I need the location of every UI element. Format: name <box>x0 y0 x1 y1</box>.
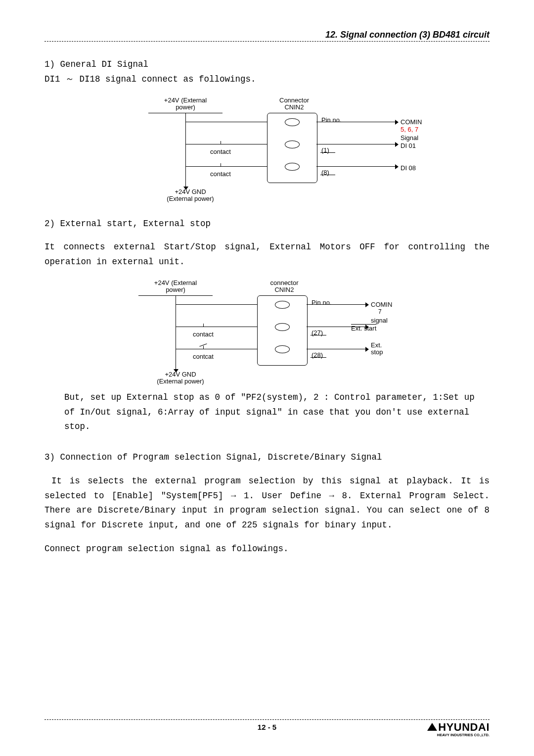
logo-triangle-icon <box>427 723 437 731</box>
page-number: 12 - 5 <box>44 723 490 731</box>
sec2-heading: 2) External start, External stop <box>44 217 490 232</box>
d2-contact1: contact <box>193 329 214 340</box>
logo-subtext: HEAVY INDUSTRIES CO.,LTD. <box>427 733 490 737</box>
d2-pinno: Pin no. <box>312 297 331 308</box>
d2-contact2: contcat <box>193 351 214 362</box>
sec2-note: But, set up External stop as 0 of "PF2(s… <box>64 390 490 434</box>
diagram-ext-start-stop: +24V (Externalpower) connectorCNIN2 Pin … <box>109 280 425 383</box>
d1-di01: DI 01 <box>400 141 416 151</box>
d2-extstop: Ext.stop <box>371 342 383 356</box>
sec2-para: It connects external Start/Stop signal, … <box>44 240 490 270</box>
d1-connector-label: ConnectorCNIN2 <box>269 97 319 111</box>
d1-contact2: contact <box>210 169 231 180</box>
hyundai-logo: HYUNDAI HEAVY INDUSTRIES CO.,LTD. <box>427 721 490 737</box>
header-rule <box>44 41 490 42</box>
d2-gnd: +24V GND(External power) <box>148 371 213 385</box>
d1-pin1: (1) <box>321 145 329 156</box>
d2-connector-label: connectorCNIN2 <box>260 280 309 294</box>
page-footer: 12 - 5 HYUNDAI HEAVY INDUSTRIES CO.,LTD. <box>44 719 490 731</box>
d2-power-label: +24V (Externalpower) <box>148 280 203 294</box>
sec1-heading: 1) General DI Signal <box>44 57 490 72</box>
d1-pin8: (8) <box>321 167 329 178</box>
d2-pin28: (28) <box>312 350 323 361</box>
sec3-para1: It is selects the external program selec… <box>44 474 490 533</box>
doc-chapter-title: 12. Signal connection (3) BD481 circuit <box>44 30 490 40</box>
d1-contact1: contact <box>210 146 231 157</box>
d1-di08: DI 08 <box>400 163 416 174</box>
d2-pin27: (27) <box>312 328 323 338</box>
logo-text: HYUNDAI <box>438 721 490 733</box>
d2-extstart: Ext. start <box>351 323 376 334</box>
d1-pinno: Pin no. <box>321 115 341 126</box>
diagram-di-signal: +24V (Externalpower) ConnectorCNIN2 Pin … <box>109 97 425 201</box>
d1-gnd: +24V GND(External power) <box>158 189 222 203</box>
sec1-line: DI1 ～ DI18 signal connect as followings. <box>44 72 490 87</box>
sec3-heading: 3) Connection of Program selection Signa… <box>44 450 490 465</box>
d1-power-label: +24V (Externalpower) <box>158 97 213 111</box>
sec3-para2: Connect program selection signal as foll… <box>44 542 490 557</box>
